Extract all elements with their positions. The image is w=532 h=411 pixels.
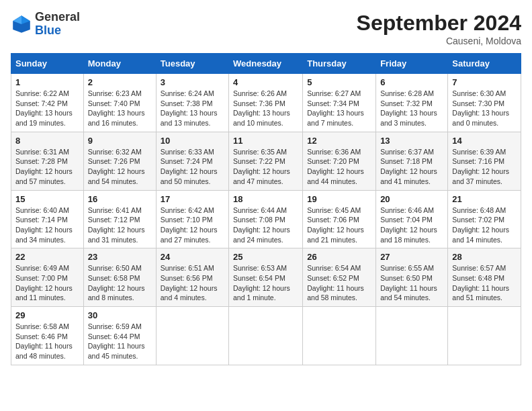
day-detail: Sunrise: 6:28 AMSunset: 7:32 PMDaylight:…: [380, 89, 437, 127]
day-number: 26: [307, 252, 371, 262]
calendar-cell: 14 Sunrise: 6:39 AMSunset: 7:16 PMDaylig…: [448, 132, 521, 190]
calendar-cell: 28 Sunrise: 6:57 AMSunset: 6:48 PMDaylig…: [448, 248, 521, 307]
calendar-cell: 20 Sunrise: 6:46 AMSunset: 7:04 PMDaylig…: [376, 190, 448, 248]
day-number: 13: [380, 136, 443, 146]
calendar-cell: [376, 307, 448, 365]
calendar-week-row: 8 Sunrise: 6:31 AMSunset: 7:28 PMDayligh…: [11, 132, 521, 190]
calendar-cell: 4 Sunrise: 6:26 AMSunset: 7:36 PMDayligh…: [229, 74, 303, 132]
day-number: 11: [233, 136, 298, 146]
day-number: 20: [380, 194, 443, 204]
day-detail: Sunrise: 6:42 AMSunset: 7:10 PMDaylight:…: [161, 206, 218, 244]
day-number: 19: [307, 194, 371, 204]
day-detail: Sunrise: 6:40 AMSunset: 7:14 PMDaylight:…: [15, 206, 73, 244]
header-monday: Monday: [83, 54, 156, 74]
day-number: 15: [15, 194, 79, 204]
day-detail: Sunrise: 6:37 AMSunset: 7:18 PMDaylight:…: [380, 148, 437, 185]
calendar-cell: 3 Sunrise: 6:24 AMSunset: 7:38 PMDayligh…: [156, 74, 228, 132]
day-number: 3: [161, 77, 224, 87]
day-number: 12: [307, 136, 371, 146]
day-number: 9: [88, 136, 152, 146]
logo-general-text: General: [35, 10, 80, 24]
day-number: 28: [452, 252, 517, 262]
day-detail: Sunrise: 6:58 AMSunset: 6:46 PMDaylight:…: [15, 322, 73, 360]
day-number: 23: [88, 252, 152, 262]
calendar-cell: 11 Sunrise: 6:35 AMSunset: 7:22 PMDaylig…: [229, 132, 303, 190]
header-sunday: Sunday: [11, 54, 84, 74]
calendar-cell: 16 Sunrise: 6:41 AMSunset: 7:12 PMDaylig…: [83, 190, 156, 248]
day-detail: Sunrise: 6:57 AMSunset: 6:48 PMDaylight:…: [452, 264, 509, 302]
day-number: 24: [161, 252, 224, 262]
calendar-cell: 30 Sunrise: 6:59 AMSunset: 6:44 PMDaylig…: [83, 307, 156, 365]
day-number: 10: [161, 136, 224, 146]
location-subtitle: Causeni, Moldova: [357, 36, 521, 46]
day-number: 2: [88, 77, 152, 87]
day-number: 18: [233, 194, 298, 204]
calendar-cell: [448, 307, 521, 365]
day-detail: Sunrise: 6:53 AMSunset: 6:54 PMDaylight:…: [233, 264, 290, 302]
day-number: 27: [380, 252, 443, 262]
header-friday: Friday: [376, 54, 448, 74]
calendar-table: Sunday Monday Tuesday Wednesday Thursday…: [11, 53, 521, 365]
calendar-cell: [229, 307, 303, 365]
day-detail: Sunrise: 6:46 AMSunset: 7:04 PMDaylight:…: [380, 206, 437, 244]
calendar-cell: 5 Sunrise: 6:27 AMSunset: 7:34 PMDayligh…: [303, 74, 376, 132]
page-header: General Blue September 2024 Causeni, Mol…: [11, 11, 521, 46]
header-tuesday: Tuesday: [156, 54, 228, 74]
calendar-week-row: 22 Sunrise: 6:49 AMSunset: 7:00 PMDaylig…: [11, 248, 521, 307]
calendar-week-row: 1 Sunrise: 6:22 AMSunset: 7:42 PMDayligh…: [11, 74, 521, 132]
logo-icon: [11, 13, 32, 35]
day-detail: Sunrise: 6:59 AMSunset: 6:44 PMDaylight:…: [88, 322, 145, 360]
day-detail: Sunrise: 6:27 AMSunset: 7:34 PMDaylight:…: [307, 89, 364, 127]
header-thursday: Thursday: [303, 54, 376, 74]
day-detail: Sunrise: 6:44 AMSunset: 7:08 PMDaylight:…: [233, 206, 290, 244]
day-detail: Sunrise: 6:36 AMSunset: 7:20 PMDaylight:…: [307, 148, 364, 185]
calendar-cell: 1 Sunrise: 6:22 AMSunset: 7:42 PMDayligh…: [11, 74, 84, 132]
day-number: 8: [15, 136, 79, 146]
calendar-cell: 12 Sunrise: 6:36 AMSunset: 7:20 PMDaylig…: [303, 132, 376, 190]
day-number: 7: [452, 77, 517, 87]
day-detail: Sunrise: 6:33 AMSunset: 7:24 PMDaylight:…: [161, 148, 218, 185]
day-detail: Sunrise: 6:35 AMSunset: 7:22 PMDaylight:…: [233, 148, 290, 185]
day-number: 16: [88, 194, 152, 204]
day-number: 14: [452, 136, 517, 146]
day-number: 4: [233, 77, 298, 87]
calendar-cell: 22 Sunrise: 6:49 AMSunset: 7:00 PMDaylig…: [11, 248, 84, 307]
day-number: 25: [233, 252, 298, 262]
day-number: 29: [15, 310, 79, 320]
calendar-week-row: 29 Sunrise: 6:58 AMSunset: 6:46 PMDaylig…: [11, 307, 521, 365]
calendar-cell: 7 Sunrise: 6:30 AMSunset: 7:30 PMDayligh…: [448, 74, 521, 132]
day-detail: Sunrise: 6:45 AMSunset: 7:06 PMDaylight:…: [307, 206, 364, 244]
day-detail: Sunrise: 6:24 AMSunset: 7:38 PMDaylight:…: [161, 89, 218, 127]
header-saturday: Saturday: [448, 54, 521, 74]
day-detail: Sunrise: 6:23 AMSunset: 7:40 PMDaylight:…: [88, 89, 145, 127]
calendar-week-row: 15 Sunrise: 6:40 AMSunset: 7:14 PMDaylig…: [11, 190, 521, 248]
title-block: September 2024 Causeni, Moldova: [357, 11, 521, 46]
day-number: 22: [15, 252, 79, 262]
calendar-cell: 18 Sunrise: 6:44 AMSunset: 7:08 PMDaylig…: [229, 190, 303, 248]
calendar-cell: [303, 307, 376, 365]
calendar-cell: 29 Sunrise: 6:58 AMSunset: 6:46 PMDaylig…: [11, 307, 84, 365]
day-detail: Sunrise: 6:55 AMSunset: 6:50 PMDaylight:…: [380, 264, 437, 302]
calendar-cell: 10 Sunrise: 6:33 AMSunset: 7:24 PMDaylig…: [156, 132, 228, 190]
calendar-cell: 15 Sunrise: 6:40 AMSunset: 7:14 PMDaylig…: [11, 190, 84, 248]
logo-blue-text: Blue: [35, 24, 61, 37]
day-number: 6: [380, 77, 443, 87]
logo: General Blue: [11, 11, 80, 38]
day-detail: Sunrise: 6:22 AMSunset: 7:42 PMDaylight:…: [15, 89, 73, 127]
calendar-cell: 25 Sunrise: 6:53 AMSunset: 6:54 PMDaylig…: [229, 248, 303, 307]
day-detail: Sunrise: 6:48 AMSunset: 7:02 PMDaylight:…: [452, 206, 509, 244]
calendar-cell: 9 Sunrise: 6:32 AMSunset: 7:26 PMDayligh…: [83, 132, 156, 190]
calendar-cell: 24 Sunrise: 6:51 AMSunset: 6:56 PMDaylig…: [156, 248, 228, 307]
calendar-cell: 8 Sunrise: 6:31 AMSunset: 7:28 PMDayligh…: [11, 132, 84, 190]
calendar-cell: 6 Sunrise: 6:28 AMSunset: 7:32 PMDayligh…: [376, 74, 448, 132]
day-number: 30: [88, 310, 152, 320]
day-detail: Sunrise: 6:54 AMSunset: 6:52 PMDaylight:…: [307, 264, 364, 302]
calendar-cell: 13 Sunrise: 6:37 AMSunset: 7:18 PMDaylig…: [376, 132, 448, 190]
day-detail: Sunrise: 6:31 AMSunset: 7:28 PMDaylight:…: [15, 148, 73, 185]
month-year-title: September 2024: [357, 11, 521, 36]
calendar-cell: 21 Sunrise: 6:48 AMSunset: 7:02 PMDaylig…: [448, 190, 521, 248]
day-detail: Sunrise: 6:26 AMSunset: 7:36 PMDaylight:…: [233, 89, 290, 127]
day-number: 17: [161, 194, 224, 204]
day-detail: Sunrise: 6:41 AMSunset: 7:12 PMDaylight:…: [88, 206, 145, 244]
calendar-cell: [156, 307, 228, 365]
